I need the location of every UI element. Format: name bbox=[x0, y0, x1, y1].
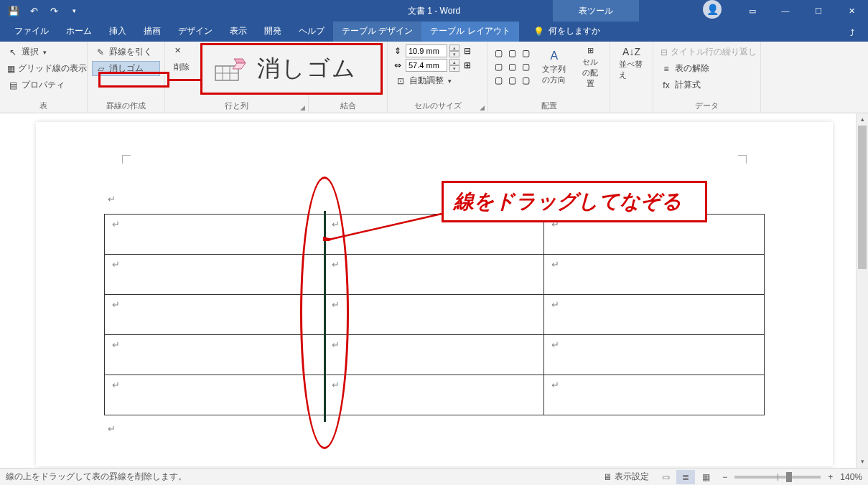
close-button[interactable]: ✕ bbox=[835, 0, 868, 22]
zoom-in-button[interactable]: + bbox=[828, 472, 833, 482]
tab-table-layout[interactable]: テーブル レイアウト bbox=[421, 21, 518, 42]
autofit-button[interactable]: ⊡自動調整▾ bbox=[392, 73, 483, 88]
document-area[interactable]: ↵ ↵ ↵ ↵ ↵ ↵ ↵ ↵ ↵ ↵ ↵ ↵ ↵ ↵ bbox=[0, 113, 868, 468]
table-cell[interactable]: ↵ bbox=[105, 295, 325, 335]
select-button[interactable]: ↖選択▾ bbox=[4, 44, 83, 60]
table-cell[interactable]: ↵ bbox=[544, 375, 765, 415]
tab-view[interactable]: 表示 bbox=[221, 21, 256, 42]
pencil-icon: ✎ bbox=[95, 47, 106, 58]
view-gridlines-button[interactable]: ▦グリッド線の表示 bbox=[4, 61, 83, 76]
dialog-launcher[interactable]: ◢ bbox=[480, 104, 485, 111]
group-data: ⊟タイトル行の繰り返し ≡表の解除 fx計算式 データ bbox=[653, 42, 761, 113]
crop-mark bbox=[122, 155, 131, 164]
align-bl-button[interactable]: ▢ bbox=[493, 75, 504, 86]
tell-me-search[interactable]: 💡 何をしますか bbox=[526, 21, 607, 42]
delete-button[interactable]: ✕ 削除 bbox=[169, 44, 194, 74]
tell-me-label: 何をしますか bbox=[549, 25, 600, 37]
properties-button[interactable]: ▤プロパティ bbox=[4, 77, 83, 93]
qat-customize[interactable]: ▾ bbox=[65, 1, 83, 20]
repeat-header-icon: ⊟ bbox=[661, 47, 668, 58]
distribute-cols-icon[interactable]: ⊞ bbox=[462, 60, 473, 71]
ribbon-options-button[interactable]: ▭ bbox=[736, 0, 769, 22]
eraser-button[interactable]: ▱消しゴム bbox=[92, 61, 160, 76]
cell-margins-button[interactable]: ⊞ セルの配置 bbox=[575, 44, 605, 90]
align-tl-button[interactable]: ▢ bbox=[493, 47, 504, 59]
tab-file[interactable]: ファイル bbox=[6, 21, 57, 42]
share-button[interactable]: ⤴ bbox=[844, 24, 861, 42]
table-cell[interactable]: ↵ bbox=[544, 295, 765, 335]
tab-design[interactable]: デザイン bbox=[169, 21, 221, 42]
zoom-out-button[interactable]: − bbox=[722, 472, 727, 482]
table-tools-title: 表ツール bbox=[553, 0, 639, 22]
group-label: 結合 bbox=[313, 99, 383, 111]
tab-developer[interactable]: 開発 bbox=[256, 21, 290, 42]
text-direction-icon: A bbox=[550, 50, 558, 62]
zoom-handle[interactable] bbox=[786, 472, 792, 482]
align-ml-button[interactable]: ▢ bbox=[493, 61, 504, 72]
table-row: ↵ ↵ ↵ bbox=[105, 255, 765, 295]
undo-icon: ↶ bbox=[30, 6, 38, 17]
align-tr-button[interactable]: ▢ bbox=[520, 47, 531, 59]
annotation-erase-trace bbox=[324, 211, 326, 422]
dialog-launcher[interactable]: ◢ bbox=[300, 104, 305, 111]
text-direction-button[interactable]: A 文字列の方向 bbox=[537, 48, 571, 87]
ribbon-tabs: ファイル ホーム 挿入 描画 デザイン 表示 開発 ヘルプ テーブル デザイン … bbox=[0, 22, 868, 42]
web-layout-button[interactable]: ▦ bbox=[696, 470, 715, 484]
zoom-slider[interactable] bbox=[734, 476, 821, 479]
zoom-level[interactable]: 140% bbox=[840, 472, 862, 482]
document-table[interactable]: ↵ ↵ ↵ ↵ ↵ ↵ ↵ ↵ ↵ ↵ ↵ ↵ ↵ ↵ ↵ bbox=[104, 214, 765, 415]
scroll-up-button[interactable]: ▴ bbox=[857, 113, 868, 126]
table-cell[interactable]: ↵ bbox=[324, 335, 544, 375]
redo-icon: ↷ bbox=[50, 6, 58, 17]
display-settings-button[interactable]: 🖥表示設定 bbox=[603, 471, 649, 483]
read-mode-button[interactable]: ▭ bbox=[656, 470, 675, 484]
table-cell[interactable]: ↵ bbox=[544, 255, 765, 295]
tab-table-design[interactable]: テーブル デザイン bbox=[333, 21, 421, 42]
redo-button[interactable]: ↷ bbox=[45, 1, 63, 20]
col-width-icon: ⇔ bbox=[392, 60, 403, 71]
align-mc-button[interactable]: ▢ bbox=[506, 61, 518, 72]
table-cell[interactable]: ↵ bbox=[105, 255, 325, 295]
scroll-thumb[interactable] bbox=[858, 126, 867, 269]
sort-icon: A↓Z bbox=[622, 46, 640, 57]
ribbon: ↖選択▾ ▦グリッド線の表示 ▤プロパティ 表 ✎罫線を引く ▱消しゴム 罫線の… bbox=[0, 42, 868, 113]
table-cell[interactable]: ↵ bbox=[105, 375, 325, 415]
eraser-icon: ▱ bbox=[95, 63, 106, 75]
tab-help[interactable]: ヘルプ bbox=[290, 21, 333, 42]
row-height-input[interactable]: 10.9 mm bbox=[406, 44, 447, 57]
cell-margins-icon: ⊞ bbox=[587, 46, 594, 55]
delete-icon: ✕ bbox=[174, 46, 189, 60]
paragraph-mark: ↵ bbox=[108, 194, 116, 204]
table-cell[interactable]: ↵ bbox=[544, 335, 765, 375]
tab-home[interactable]: ホーム bbox=[57, 21, 101, 42]
formula-button[interactable]: fx計算式 bbox=[658, 77, 756, 93]
tab-insert[interactable]: 挿入 bbox=[101, 21, 135, 42]
convert-to-text-button[interactable]: ≡表の解除 bbox=[658, 61, 756, 76]
sort-button[interactable]: A↓Z 並べ替え bbox=[615, 44, 648, 82]
scroll-down-button[interactable]: ▾ bbox=[857, 456, 868, 468]
account-avatar[interactable]: 👤 bbox=[703, 0, 722, 19]
align-tc-button[interactable]: ▢ bbox=[506, 47, 518, 59]
undo-button[interactable]: ↶ bbox=[24, 1, 43, 20]
table-cell[interactable]: ↵ bbox=[324, 375, 544, 415]
draw-table-button[interactable]: ✎罫線を引く bbox=[92, 44, 160, 60]
table-cell[interactable]: ↵ bbox=[324, 295, 544, 335]
properties-icon: ▤ bbox=[7, 80, 19, 91]
align-br-button[interactable]: ▢ bbox=[520, 75, 531, 86]
minimize-button[interactable]: — bbox=[769, 0, 802, 22]
align-bc-button[interactable]: ▢ bbox=[506, 75, 518, 86]
table-row: ↵ ↵ ↵ bbox=[105, 375, 765, 415]
table-cell[interactable]: ↵ bbox=[324, 255, 544, 295]
col-width-spinner[interactable]: ▴▾ bbox=[449, 59, 459, 72]
save-button[interactable]: 💾 bbox=[4, 1, 23, 20]
distribute-rows-icon[interactable]: ⊟ bbox=[462, 45, 473, 57]
table-cell[interactable]: ↵ bbox=[105, 335, 325, 375]
col-width-input[interactable]: 57.4 mm bbox=[406, 59, 447, 72]
table-cell[interactable]: ↵ bbox=[105, 215, 325, 255]
tab-draw[interactable]: 描画 bbox=[135, 21, 169, 42]
align-mr-button[interactable]: ▢ bbox=[520, 61, 531, 72]
vertical-scrollbar[interactable]: ▴ ▾ bbox=[856, 113, 868, 468]
print-layout-button[interactable]: ≣ bbox=[676, 470, 695, 484]
row-height-spinner[interactable]: ▴▾ bbox=[449, 44, 459, 57]
maximize-button[interactable]: ☐ bbox=[802, 0, 835, 22]
